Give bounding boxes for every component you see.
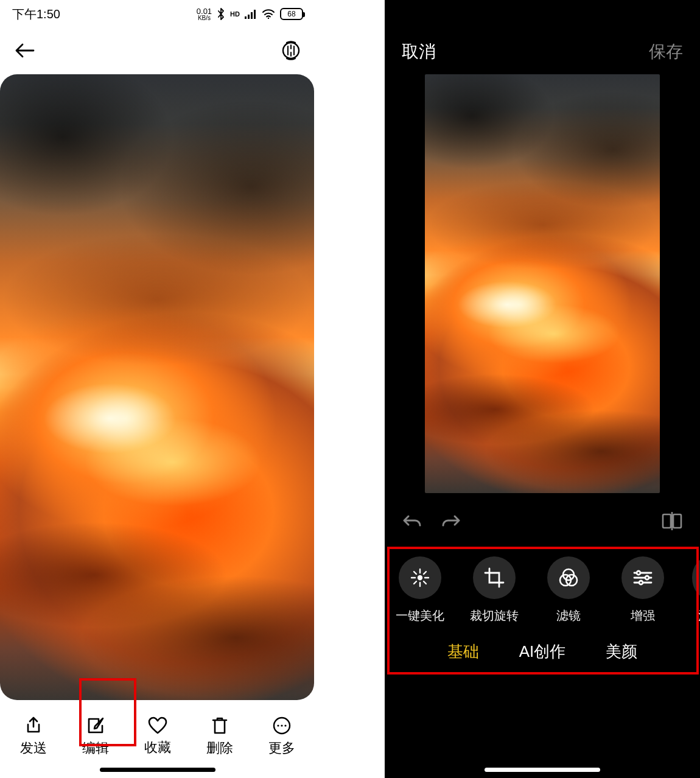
bluetooth-icon <box>217 8 225 20</box>
delete-button[interactable]: 删除 <box>192 716 247 757</box>
tab-basic[interactable]: 基础 <box>447 641 479 662</box>
photo-viewer-screen: 下午1:50 0.01 KB/s HD <box>0 0 315 778</box>
photo-main[interactable] <box>0 74 314 700</box>
photo-editor-screen: 取消 保存 <box>385 0 700 778</box>
heart-icon <box>147 717 168 735</box>
favorite-label: 收藏 <box>144 738 171 757</box>
back-button[interactable] <box>11 37 38 64</box>
signal-icon <box>245 9 257 19</box>
home-indicator[interactable] <box>100 768 215 772</box>
tool-crop-rotate[interactable]: 裁切旋转 <box>465 556 523 624</box>
edit-button[interactable]: 编辑 <box>68 716 123 757</box>
svg-point-19 <box>639 581 643 584</box>
sliders-icon <box>632 569 653 587</box>
cast-button[interactable] <box>278 37 304 64</box>
svg-point-4 <box>268 18 269 19</box>
send-label: 发送 <box>20 739 47 757</box>
svg-point-17 <box>637 571 640 575</box>
favorite-button[interactable]: 收藏 <box>130 717 185 757</box>
compare-button[interactable] <box>661 512 683 530</box>
status-time: 下午1:50 <box>12 6 60 23</box>
redo-button[interactable] <box>441 513 461 530</box>
share-icon <box>24 716 43 735</box>
tab-ai[interactable]: AI创作 <box>519 641 566 662</box>
tool-doodle[interactable]: 涂鸦 <box>688 556 700 624</box>
svg-rect-10 <box>663 514 671 528</box>
top-nav <box>0 28 315 73</box>
tool-label: 一键美化 <box>396 608 444 624</box>
send-button[interactable]: 发送 <box>6 716 61 757</box>
spacer <box>315 0 385 778</box>
filter-icon <box>558 567 579 588</box>
save-button[interactable]: 保存 <box>649 40 683 63</box>
svg-point-9 <box>284 724 286 726</box>
history-row <box>385 497 700 545</box>
hd-indicator: HD <box>230 10 240 18</box>
bottom-action-bar: 发送 编辑 收藏 删除 <box>0 700 315 778</box>
battery-indicator: 68 <box>280 8 303 20</box>
status-bar: 下午1:50 0.01 KB/s HD <box>0 0 315 28</box>
cancel-button[interactable]: 取消 <box>402 40 436 63</box>
more-button[interactable]: 更多 <box>254 716 309 757</box>
svg-rect-3 <box>254 10 256 19</box>
status-right: 0.01 KB/s HD <box>197 7 303 21</box>
crop-icon <box>484 567 505 588</box>
more-icon <box>272 716 292 735</box>
tool-label: 增强 <box>631 608 655 624</box>
svg-rect-2 <box>251 12 253 19</box>
svg-point-13 <box>418 576 422 580</box>
tool-label: 滤镜 <box>556 608 581 624</box>
trash-icon <box>211 716 229 735</box>
delete-label: 删除 <box>206 739 233 757</box>
wifi-icon <box>262 9 275 19</box>
tool-label: 裁切旋转 <box>470 608 519 624</box>
svg-point-7 <box>277 724 279 726</box>
tool-filter[interactable]: 滤镜 <box>539 556 598 624</box>
sparkle-icon <box>410 567 430 588</box>
more-label: 更多 <box>268 739 295 757</box>
svg-point-8 <box>281 724 282 726</box>
undo-button[interactable] <box>402 513 422 530</box>
home-indicator[interactable] <box>485 768 600 772</box>
tools-row[interactable]: 一键美化 裁切旋转 <box>385 545 700 624</box>
edit-label: 编辑 <box>82 739 109 757</box>
svg-rect-0 <box>245 16 247 19</box>
network-speed: 0.01 KB/s <box>197 7 212 21</box>
svg-point-18 <box>645 576 649 580</box>
tab-beauty[interactable]: 美颜 <box>606 641 637 662</box>
svg-rect-1 <box>248 15 250 19</box>
edit-icon <box>86 716 105 735</box>
mode-tabs: 基础 AI创作 美颜 <box>385 641 700 684</box>
tool-adjust[interactable]: 增强 <box>614 556 672 624</box>
svg-rect-11 <box>673 514 681 528</box>
tool-auto-enhance[interactable]: 一键美化 <box>391 556 449 624</box>
editor-canvas[interactable] <box>425 74 660 493</box>
